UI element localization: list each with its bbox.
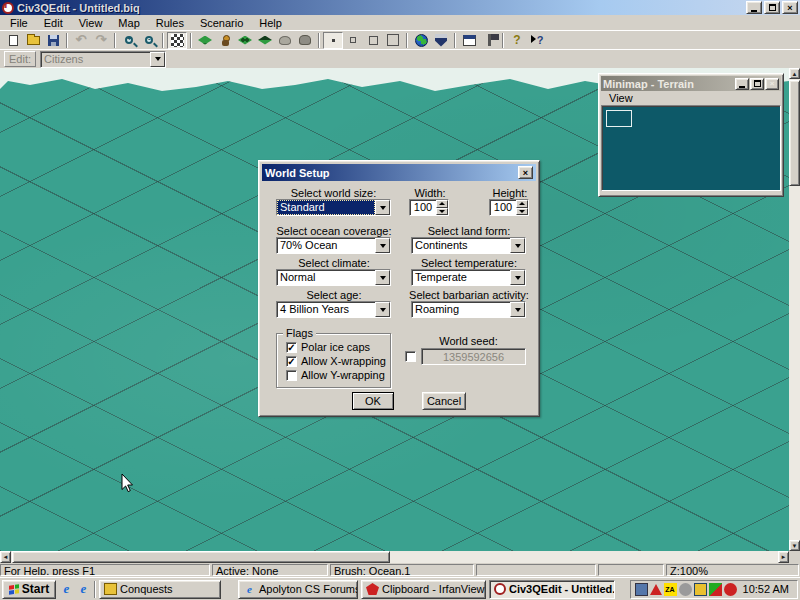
scroll-left-button[interactable]: ◄ xyxy=(0,551,11,563)
flag-allow-x-wrapping[interactable]: Allow X-wrapping xyxy=(286,355,386,367)
minimap-window[interactable]: Minimap - Terrain × View xyxy=(598,73,784,197)
jungle-tool-button[interactable] xyxy=(255,32,275,49)
menu-help[interactable]: Help xyxy=(251,16,290,30)
chevron-down-icon[interactable] xyxy=(510,270,525,285)
checkbox-unchecked-icon[interactable] xyxy=(286,370,297,381)
minimap-viewport-rect[interactable] xyxy=(606,110,632,127)
chevron-down-icon[interactable] xyxy=(375,200,390,215)
help-button[interactable]: ? xyxy=(507,32,527,49)
barbarian-activity-combobox[interactable]: Roaming xyxy=(411,301,526,318)
hills-tool-button[interactable] xyxy=(275,32,295,49)
minimize-button[interactable] xyxy=(746,1,762,14)
close-button[interactable]: × xyxy=(782,1,798,14)
redo-button[interactable]: ↷ xyxy=(91,32,111,49)
spin-down-icon[interactable] xyxy=(516,208,528,216)
menu-map[interactable]: Map xyxy=(110,16,147,30)
civilizations-button[interactable] xyxy=(431,32,451,49)
cancel-button[interactable]: Cancel xyxy=(422,392,466,410)
ok-button[interactable]: OK xyxy=(352,392,394,410)
menu-file[interactable]: File xyxy=(2,16,36,30)
spin-up-icon[interactable] xyxy=(516,200,528,208)
checkbox-checked-icon[interactable] xyxy=(286,342,297,353)
vertical-scrollbar[interactable]: ▲ ▼ xyxy=(789,68,800,551)
minimap-minimize-button[interactable] xyxy=(735,78,749,90)
menu-edit[interactable]: Edit xyxy=(36,16,71,30)
task-civ3qedit[interactable]: Civ3QEdit - Untitled.biq xyxy=(489,580,615,599)
tray-icon[interactable] xyxy=(694,583,707,596)
menu-view[interactable]: View xyxy=(71,16,111,30)
scroll-up-button[interactable]: ▲ xyxy=(789,68,800,79)
brush-size-3-button[interactable] xyxy=(363,32,383,49)
brush-size-4-button[interactable] xyxy=(383,32,403,49)
mountains-tool-button[interactable] xyxy=(295,32,315,49)
grid-toggle-button[interactable] xyxy=(167,32,187,49)
vertical-scroll-thumb[interactable] xyxy=(789,80,800,186)
minimap-maximize-button[interactable] xyxy=(750,78,764,90)
properties-button[interactable] xyxy=(459,32,479,49)
tray-icon[interactable] xyxy=(635,583,648,596)
edit-mode-combobox[interactable]: Citizens xyxy=(40,51,166,68)
age-combobox[interactable]: 4 Billion Years xyxy=(276,301,391,318)
chevron-down-icon[interactable] xyxy=(375,238,390,253)
world-size-combobox[interactable]: Standard xyxy=(276,199,391,216)
undo-button[interactable]: ↶ xyxy=(71,32,91,49)
chevron-down-icon[interactable] xyxy=(375,270,390,285)
tray-icon[interactable] xyxy=(679,583,692,596)
spin-up-icon[interactable] xyxy=(436,200,448,208)
width-spinner[interactable]: 100 xyxy=(409,199,449,216)
task-conquests[interactable]: Conquests xyxy=(99,580,221,599)
tray-icon[interactable] xyxy=(709,583,722,596)
horizontal-scrollbar[interactable]: ◄ ► xyxy=(0,551,789,563)
flag-polar-ice-caps[interactable]: Polar ice caps xyxy=(286,341,370,353)
internet-explorer-icon[interactable]: e xyxy=(59,582,74,597)
map-canvas[interactable]: Minimap - Terrain × View World Setup × S… xyxy=(0,68,789,551)
tray-icon[interactable] xyxy=(724,583,737,596)
checkbox-checked-icon[interactable] xyxy=(286,356,297,367)
task-apolyton-forums[interactable]: e Apolyton CS Forums > Ci... xyxy=(238,580,358,599)
flag-allow-y-wrapping[interactable]: Allow Y-wrapping xyxy=(286,369,385,381)
land-form-combobox[interactable]: Continents xyxy=(411,237,526,254)
menu-rules[interactable]: Rules xyxy=(148,16,192,30)
zoom-out-button[interactable] xyxy=(139,32,159,49)
scroll-right-button[interactable]: ► xyxy=(778,551,789,563)
world-seed-input[interactable]: 1359592656 xyxy=(421,348,526,365)
open-button[interactable] xyxy=(23,32,43,49)
save-button[interactable] xyxy=(43,32,63,49)
minimap-titlebar[interactable]: Minimap - Terrain × xyxy=(601,76,781,91)
dialog-close-button[interactable]: × xyxy=(518,166,533,179)
height-spinner[interactable]: 100 xyxy=(489,199,529,216)
brush-size-2-button[interactable] xyxy=(343,32,363,49)
context-help-button[interactable]: ? xyxy=(527,32,547,49)
start-button[interactable]: Start xyxy=(2,580,56,599)
minimap-close-button[interactable]: × xyxy=(765,78,779,90)
scroll-down-button[interactable]: ▼ xyxy=(789,540,800,551)
world-seed-checkbox[interactable] xyxy=(405,351,416,362)
tray-icon[interactable] xyxy=(650,584,662,595)
minimap-menu-view[interactable]: View xyxy=(605,92,637,104)
dialog-titlebar[interactable]: World Setup × xyxy=(262,164,536,181)
browser-icon[interactable]: e xyxy=(76,582,91,597)
status-help-text: For Help, press F1 xyxy=(0,564,210,576)
restore-button[interactable] xyxy=(764,1,780,14)
temperature-combobox[interactable]: Temperate xyxy=(411,269,526,286)
chevron-down-icon[interactable] xyxy=(510,238,525,253)
chevron-down-icon[interactable] xyxy=(375,302,390,317)
terrain-tool-button[interactable] xyxy=(195,32,215,49)
flag-button[interactable] xyxy=(479,32,499,49)
spin-down-icon[interactable] xyxy=(436,208,448,216)
task-irfanview[interactable]: Clipboard - IrfanView xyxy=(361,580,486,599)
horizontal-scroll-thumb[interactable] xyxy=(12,551,390,563)
forest-tool-button[interactable] xyxy=(235,32,255,49)
world-setup-button[interactable] xyxy=(411,32,431,49)
chevron-down-icon[interactable] xyxy=(510,302,525,317)
tray-icon[interactable]: ZA xyxy=(664,583,677,596)
brush-size-1-button[interactable] xyxy=(323,32,343,49)
menu-scenario[interactable]: Scenario xyxy=(192,16,251,30)
zoom-in-button[interactable] xyxy=(119,32,139,49)
unit-tool-button[interactable] xyxy=(215,32,235,49)
new-document-button[interactable] xyxy=(3,32,23,49)
chevron-down-icon[interactable] xyxy=(150,52,165,67)
ocean-coverage-combobox[interactable]: 70% Ocean xyxy=(276,237,391,254)
minimap-view[interactable] xyxy=(601,105,781,191)
climate-combobox[interactable]: Normal xyxy=(276,269,391,286)
